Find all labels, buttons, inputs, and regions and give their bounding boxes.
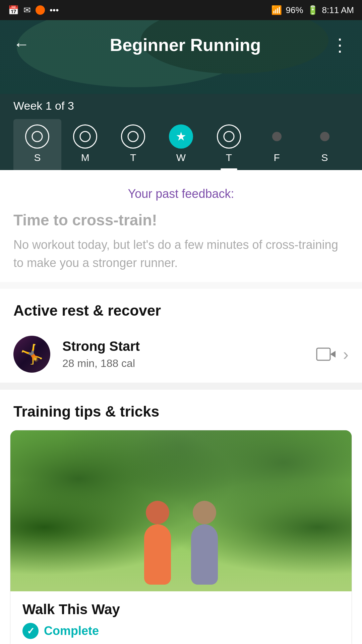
day-tuesday[interactable]: T	[109, 119, 157, 170]
workout-thumb-bg: 🤸	[13, 336, 50, 373]
day-letter-f: F	[274, 152, 280, 163]
day-circle-t1	[121, 124, 145, 149]
status-left: 📅 ✉ •••	[8, 5, 59, 15]
day-row: S M T ★ W T F	[13, 119, 349, 170]
menu-button[interactable]: ⋮	[331, 35, 349, 55]
workout-info: Strong Start 28 min, 188 cal	[62, 339, 316, 370]
workout-thumbnail: 🤸	[13, 336, 50, 373]
svg-point-3	[224, 131, 234, 142]
status-right: 📶 96% 🔋 8:11 AM	[271, 5, 354, 15]
svg-point-1	[80, 131, 90, 142]
day-saturday[interactable]: S	[301, 119, 349, 170]
tips-card-body: Walk This Way ✓ Complete	[10, 591, 352, 644]
workout-name: Strong Start	[62, 339, 316, 354]
day-letter-s: S	[34, 152, 41, 163]
day-wednesday[interactable]: ★ W	[157, 119, 205, 170]
status-complete-text: Complete	[44, 624, 99, 638]
page-title: Beginner Running	[40, 35, 331, 55]
day-circle-w: ★	[169, 124, 193, 149]
day-letter-m: M	[81, 152, 89, 163]
workout-actions: ›	[316, 344, 349, 364]
status-bar: 📅 ✉ ••• 📶 96% 🔋 8:11 AM	[0, 0, 362, 20]
signal-icon: 📶	[271, 5, 282, 15]
workout-item[interactable]: 🤸 Strong Start 28 min, 188 cal ›	[0, 326, 362, 383]
feedback-title: Your past feedback:	[13, 187, 349, 201]
svg-marker-5	[330, 351, 336, 358]
video-icon[interactable]	[316, 347, 336, 361]
active-rest-header: Active rest & recover	[0, 289, 362, 326]
day-letter-w: W	[176, 152, 186, 163]
tips-card-title: Walk This Way	[22, 601, 340, 618]
day-thursday[interactable]: T	[205, 119, 253, 170]
feedback-section: Your past feedback: Time to cross-train!…	[0, 170, 362, 282]
day-letter-s2: S	[321, 152, 328, 163]
calendar-icon: 📅	[8, 5, 19, 15]
day-sunday[interactable]: S	[13, 119, 61, 170]
person1-body	[144, 524, 171, 585]
back-button[interactable]: ←	[13, 35, 29, 53]
more-icon: •••	[50, 5, 59, 15]
day-circle-m	[73, 124, 97, 149]
svg-point-0	[32, 131, 42, 142]
tips-card[interactable]: Walk This Way ✓ Complete	[10, 430, 352, 644]
person2-head	[193, 501, 216, 524]
day-friday[interactable]: F	[253, 119, 301, 170]
workout-meta: 28 min, 188 cal	[62, 357, 316, 370]
day-circle-s	[25, 124, 49, 149]
week-label: Week 1 of 3	[13, 99, 349, 112]
svg-rect-4	[317, 348, 330, 360]
day-circle-f	[272, 132, 282, 141]
tips-card-image	[10, 430, 352, 591]
tips-card-status: ✓ Complete	[22, 623, 340, 639]
day-circle-t2	[217, 124, 241, 149]
tips-header: Training tips & tricks	[0, 390, 362, 430]
workout-thumb-icon: 🤸	[20, 345, 44, 364]
feedback-heading: Time to cross-train!	[13, 211, 349, 229]
check-circle-icon: ✓	[22, 623, 39, 639]
header: ← Beginner Running ⋮	[0, 20, 362, 94]
mail-icon: ✉	[23, 5, 31, 15]
section-divider	[0, 383, 362, 390]
feedback-body: No workout today, but let's do a few min…	[13, 236, 349, 272]
day-letter-t1: T	[130, 152, 136, 163]
day-circle-s2	[320, 132, 329, 141]
chevron-right-icon[interactable]: ›	[343, 344, 349, 364]
notification-dot	[36, 5, 45, 15]
time-display: 8:11 AM	[322, 5, 354, 15]
tips-section: Training tips & tricks Walk This Way	[0, 390, 362, 644]
battery-text: 96%	[286, 5, 303, 15]
week-section: Week 1 of 3 S M T ★ W	[0, 94, 362, 170]
tips-figures	[10, 430, 352, 591]
svg-point-2	[128, 131, 138, 142]
person2-figure	[191, 501, 218, 585]
person2-body	[191, 524, 218, 585]
day-letter-t2: T	[226, 152, 232, 163]
person1-head	[146, 501, 169, 524]
battery-icon: 🔋	[307, 5, 318, 15]
content-area: Your past feedback: Time to cross-train!…	[0, 170, 362, 644]
person1-figure	[144, 501, 171, 585]
day-monday[interactable]: M	[61, 119, 109, 170]
